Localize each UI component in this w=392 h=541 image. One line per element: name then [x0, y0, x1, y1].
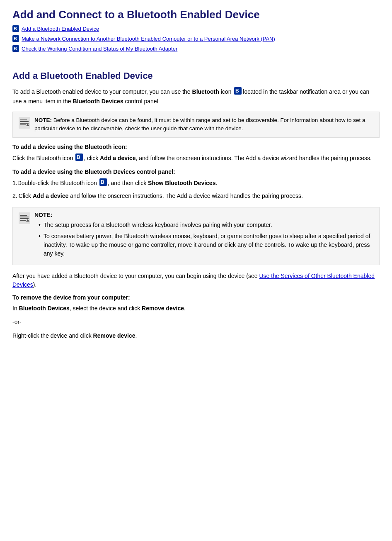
bt-icon-toc3: B [12, 45, 19, 52]
bt-inline-icon-step1: B [75, 154, 83, 163]
remove-paragraph: In Bluetooth Devices, select the device … [12, 304, 380, 313]
right-click-paragraph: Right-click the device and click Remove … [12, 331, 380, 340]
or-paragraph: -or- [12, 318, 380, 327]
page-title: Add and Connect to a Bluetooth Enabled D… [12, 8, 380, 21]
note-box-2: NOTE: The setup process for a Bluetooth … [12, 207, 380, 265]
svg-text:B: B [14, 46, 17, 51]
subheading3: To remove the device from your computer: [12, 294, 380, 301]
svg-text:B: B [77, 154, 80, 160]
svg-rect-21 [20, 215, 27, 216]
toc-link-add[interactable]: B Add a Bluetooth Enabled Device [12, 25, 380, 32]
svg-text:B: B [14, 26, 17, 31]
intro-paragraph: To add a Bluetooth enabled device to you… [12, 87, 380, 106]
subheading1: To add a device using the Bluetooth icon… [12, 144, 380, 150]
svg-rect-23 [20, 218, 29, 219]
section-divider [12, 62, 380, 62]
subheading2: To add a device using the Bluetooth Devi… [12, 168, 380, 175]
note2-bullet-1: The setup process for a Bluetooth wirele… [39, 221, 373, 229]
step2a: 1.Double-click the Bluetooth icon B , an… [12, 178, 380, 188]
svg-rect-12 [20, 121, 29, 122]
svg-text:B: B [101, 179, 104, 185]
toc-link-network[interactable]: B Make a Network Connection to Another B… [12, 35, 380, 42]
note2-bullet-2: To conserve battery power, the Bluetooth… [39, 232, 373, 258]
svg-text:B: B [14, 36, 17, 41]
bt-icon-toc1: B [12, 25, 19, 32]
note-text-1: NOTE: Before a Bluetooth device can be f… [34, 116, 373, 133]
note-icon-1 [19, 117, 30, 129]
bt-inline-icon-intro: B [234, 87, 242, 97]
svg-rect-11 [20, 119, 27, 120]
note2-bullets: The setup process for a Bluetooth wirele… [34, 221, 373, 258]
after-paragraph: After you have added a Bluetooth device … [12, 272, 380, 289]
svg-rect-22 [20, 217, 29, 217]
bt-icon-toc2: B [12, 35, 19, 42]
svg-rect-14 [20, 124, 26, 125]
note-icon-2 [19, 212, 30, 224]
svg-rect-13 [20, 123, 29, 124]
step1-text: Click the Bluetooth icon B , click Add a… [12, 154, 380, 163]
bt-inline-icon-step2a: B [99, 178, 107, 188]
toc-section: B Add a Bluetooth Enabled Device B Make … [12, 25, 380, 52]
svg-rect-24 [20, 220, 26, 221]
svg-text:B: B [235, 88, 239, 94]
step2b: 2.Click Add a device and follow the onsc… [12, 192, 380, 200]
note-box-1: NOTE: Before a Bluetooth device can be f… [12, 112, 380, 138]
section1-title: Add a Bluetooth Enabled Device [12, 71, 380, 81]
toc-link-check[interactable]: B Check the Working Condition and Status… [12, 45, 380, 52]
note2-content: NOTE: The setup process for a Bluetooth … [34, 212, 373, 261]
